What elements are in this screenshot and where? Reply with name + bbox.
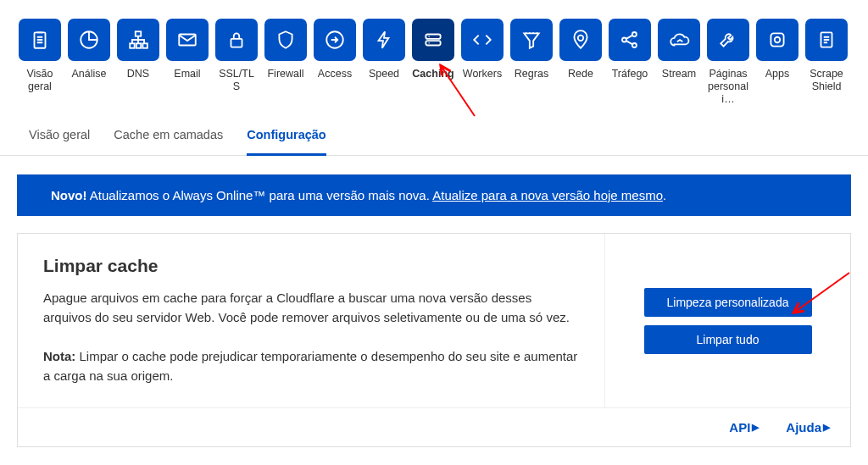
- nav-item-access[interactable]: Access: [314, 19, 356, 80]
- sitemap-icon: [117, 19, 159, 61]
- share-icon: [609, 19, 651, 61]
- banner-bold: Novo!: [51, 188, 87, 202]
- document-icon: [805, 19, 848, 61]
- custom-purge-button[interactable]: Limpeza personalizada: [644, 288, 812, 317]
- nav-item-ssl-tls[interactable]: SSL/TLS: [215, 19, 258, 93]
- nav-label: Apps: [765, 68, 790, 80]
- nav-label: Stream: [662, 68, 696, 80]
- card-note: Nota: Limpar o cache pode prejudicar tem…: [43, 346, 579, 386]
- card-title: Limpar cache: [43, 256, 579, 276]
- lock-icon: [215, 19, 258, 61]
- subtab-vis-o-geral[interactable]: Visão geral: [29, 128, 90, 155]
- card-description: Apague arquivos em cache para forçar a C…: [43, 288, 579, 328]
- purge-all-button[interactable]: Limpar tudo: [644, 325, 812, 354]
- nav-label: Speed: [369, 68, 399, 80]
- banner-link[interactable]: Atualize para a nova versão hoje mesmo: [432, 188, 663, 202]
- bolt-icon: [363, 19, 405, 61]
- cloud-icon: [658, 19, 700, 61]
- nav-item-tr-fego[interactable]: Tráfego: [609, 19, 651, 80]
- camera-icon: [756, 19, 798, 61]
- api-link-label: API: [729, 420, 750, 435]
- nav-label: Análise: [72, 68, 107, 80]
- banner-end: .: [663, 188, 666, 202]
- caret-right-icon: ▶: [752, 422, 759, 433]
- nav-label: Workers: [463, 68, 502, 80]
- banner-text: Atualizamos o Always Online™ para uma ve…: [87, 188, 433, 202]
- nav-item-speed[interactable]: Speed: [363, 19, 405, 80]
- nav-label: Páginas personali…: [707, 68, 749, 106]
- card-note-text: Limpar o cache pode prejudicar temporari…: [43, 349, 577, 383]
- nav-item-workers[interactable]: Workers: [461, 19, 504, 80]
- purge-cache-card: Limpar cache Apague arquivos em cache pa…: [17, 233, 851, 447]
- nav-item-an-lise[interactable]: Análise: [68, 19, 110, 80]
- nav-item-apps[interactable]: Apps: [756, 19, 798, 80]
- clipboard-icon: [19, 19, 61, 61]
- nav-label: Rede: [568, 68, 593, 80]
- help-link-label: Ajuda: [786, 420, 821, 435]
- nav-label: Regras: [515, 68, 548, 80]
- nav-item-vis-o-geral[interactable]: Visão geral: [19, 19, 61, 93]
- piechart-icon: [68, 19, 110, 61]
- nav-label: Scrape Shield: [805, 68, 848, 93]
- pin-icon: [559, 19, 602, 61]
- nav-label: Access: [318, 68, 352, 80]
- subtab-configura-o[interactable]: Configuração: [247, 128, 326, 156]
- cache-icon: [412, 19, 454, 61]
- nav-item-caching[interactable]: Caching: [412, 19, 454, 80]
- nav-item-regras[interactable]: Regras: [510, 19, 553, 80]
- shield-icon: [264, 19, 307, 61]
- nav-label: Email: [174, 68, 200, 80]
- nav-item-rede[interactable]: Rede: [559, 19, 602, 80]
- nav-item-firewall[interactable]: Firewall: [264, 19, 307, 80]
- caret-right-icon: ▶: [823, 422, 830, 433]
- nav-label: Tráfego: [612, 68, 648, 80]
- announcement-banner: Novo! Atualizamos o Always Online™ para …: [17, 174, 851, 216]
- envelope-icon: [166, 19, 209, 61]
- funnel-icon: [510, 19, 553, 61]
- help-link[interactable]: Ajuda▶: [786, 420, 830, 435]
- login-icon: [314, 19, 356, 61]
- wrench-icon: [707, 19, 749, 61]
- nav-item-p-ginas-personali[interactable]: Páginas personali…: [707, 19, 749, 106]
- nav-label: DNS: [127, 68, 149, 80]
- nav-item-dns[interactable]: DNS: [117, 19, 159, 80]
- nav-label: Visão geral: [19, 68, 61, 93]
- code-icon: [461, 19, 504, 61]
- nav-label: SSL/TLS: [215, 68, 258, 93]
- card-note-label: Nota:: [43, 349, 75, 363]
- nav-label: Caching: [412, 68, 453, 80]
- api-link[interactable]: API▶: [729, 420, 759, 435]
- nav-item-email[interactable]: Email: [166, 19, 209, 80]
- nav-label: Firewall: [267, 68, 303, 80]
- nav-item-stream[interactable]: Stream: [658, 19, 700, 80]
- subtab-cache-em-camadas[interactable]: Cache em camadas: [114, 128, 223, 155]
- nav-item-scrape-shield[interactable]: Scrape Shield: [805, 19, 848, 93]
